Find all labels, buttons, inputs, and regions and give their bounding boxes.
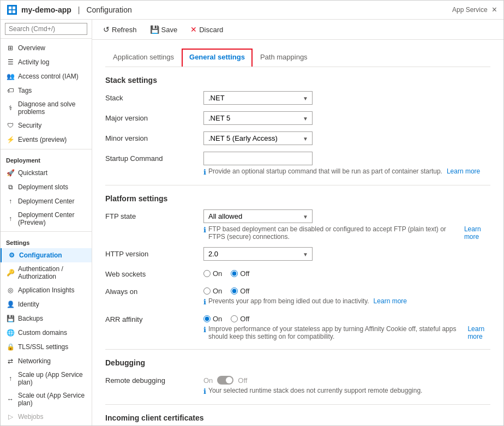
service-label: App Service [452,6,488,14]
always-on-off-text: Off [240,287,249,295]
sidebar-item-diagnose[interactable]: ⚕ Diagnose and solve problems [1,98,92,118]
always-on-on-radio[interactable] [203,287,211,295]
arr-affinity-on-text: On [213,315,222,323]
sidebar-item-auth-auth[interactable]: 🔑 Authentication / Authorization [1,262,92,283]
always-on-off-label[interactable]: Off [231,287,249,295]
stack-row: Stack .NET ▼ [105,91,490,105]
sidebar-item-quickstart[interactable]: 🚀 Quickstart [1,166,92,180]
sidebar-item-access-control[interactable]: 👥 Access control (IAM) [1,69,92,83]
sidebar-item-overview[interactable]: ⊞ Overview [1,41,92,55]
http-version-control: 2.0 ▼ [203,247,490,261]
info-icon: ℹ [203,387,206,395]
sidebar-item-identity[interactable]: 👤 Identity [1,297,92,311]
http-version-select-wrap: 2.0 ▼ [203,247,313,261]
save-icon: 💾 [150,25,159,34]
sidebar-item-webjobs[interactable]: ▷ Webjobs [1,410,92,424]
search-box[interactable] [1,20,92,39]
sidebar-item-networking[interactable]: ⇄ Networking [1,354,92,368]
sidebar-item-deployment-center[interactable]: ↑ Deployment Center [1,194,92,208]
sidebar-label-tags: Tags [18,87,32,94]
http-version-select[interactable]: 2.0 [203,247,313,261]
sidebar-item-scale-out[interactable]: ↔ Scale out (App Service plan) [1,389,92,410]
ftp-state-row: FTP state All allowed ▼ ℹ FTP based depl… [105,209,490,241]
web-sockets-label: Web sockets [105,267,203,278]
sidebar-label-events: Events (preview) [18,136,67,143]
tab-path-mappings[interactable]: Path mappings [253,49,315,67]
refresh-button[interactable]: ↺ Refresh [101,24,139,35]
web-sockets-control: On Off [203,267,490,278]
web-sockets-row: Web sockets On Off [105,267,490,278]
auth-icon: 🔑 [6,268,15,277]
web-sockets-on-label[interactable]: On [203,269,222,278]
sidebar-label-activity-log: Activity log [18,58,49,66]
web-sockets-on-radio[interactable] [203,270,211,277]
sidebar-item-custom-domains[interactable]: 🌐 Custom domains [1,326,92,340]
sidebar-label-access-control: Access control (IAM) [18,73,79,80]
stack-select[interactable]: .NET [203,91,313,105]
slots-icon: ⧉ [6,183,15,191]
stack-label: Stack [105,91,203,102]
web-sockets-off-label[interactable]: Off [231,269,249,278]
startup-command-row: Startup Command ℹ Provide an optional st… [105,152,490,176]
sidebar-label-diagnose: Diagnose and solve problems [18,100,86,116]
tab-general-settings[interactable]: General settings [182,49,253,67]
minor-version-select[interactable]: .NET 5 (Early Access) [203,131,313,145]
sidebar-label-scale-up: Scale up (App Service plan) [18,371,86,386]
arr-affinity-label: ARR affinity [105,313,203,323]
tag-icon: 🏷 [6,86,15,95]
debugging-title: Debugging [105,358,490,367]
sidebar-item-tls-ssl[interactable]: 🔒 TLS/SSL settings [1,340,92,354]
arr-affinity-off-label[interactable]: Off [231,315,249,323]
startup-learn-more-link[interactable]: Learn more [447,167,480,175]
flash-icon: ⚡ [6,135,15,144]
scale-out-icon: ↔ [6,395,15,404]
arr-affinity-on-label[interactable]: On [203,315,222,323]
sidebar-item-backups[interactable]: 💾 Backups [1,311,92,326]
ftp-learn-more-link[interactable]: Learn more [464,225,490,241]
arr-affinity-off-radio[interactable] [231,315,238,322]
tab-application-settings[interactable]: Application settings [105,49,182,67]
always-on-on-label[interactable]: On [203,287,222,295]
web-sockets-off-text: Off [240,269,249,278]
backup-icon: 💾 [6,314,15,323]
sidebar-item-tags[interactable]: 🏷 Tags [1,83,92,98]
sidebar-label-deployment-slots: Deployment slots [18,183,68,191]
discard-button[interactable]: ✕ Discard [188,24,225,35]
sidebar-item-events[interactable]: ⚡ Events (preview) [1,133,92,147]
sidebar-item-configuration[interactable]: ⚙ Configuration [1,248,92,262]
arr-learn-more-link[interactable]: Learn more [467,325,490,340]
shield-icon: 🛡 [6,121,15,130]
sidebar-item-deployment-slots[interactable]: ⧉ Deployment slots [1,180,92,194]
webjobs-icon: ▷ [6,412,15,421]
sidebar-label-webjobs: Webjobs [18,413,43,421]
sidebar-item-scale-up[interactable]: ↑ Scale up (App Service plan) [1,368,92,389]
scale-up-icon: ↑ [6,374,15,383]
network-icon: ⇄ [6,357,15,365]
rocket-icon: 🚀 [6,169,15,177]
sidebar-label-quickstart: Quickstart [18,169,47,177]
sidebar-item-activity-log[interactable]: ☰ Activity log [1,55,92,69]
sidebar-item-deployment-center-preview[interactable]: ↑ Deployment Center (Preview) [1,208,92,229]
sidebar-item-app-insights[interactable]: ◎ Application Insights [1,283,92,297]
always-on-off-radio[interactable] [231,287,238,295]
incoming-certificates-title: Incoming client certificates [105,413,490,422]
arr-affinity-radio-group: On Off [203,313,490,323]
diagnose-icon: ⚕ [6,104,15,112]
right-panel: ↺ Refresh 💾 Save ✕ Discard Application s… [92,20,503,425]
always-on-learn-more-link[interactable]: Learn more [374,297,407,305]
tls-icon: 🔒 [6,343,15,351]
close-button[interactable]: × [492,5,497,15]
arr-affinity-on-radio[interactable] [203,315,211,322]
startup-command-input[interactable] [203,152,313,165]
sidebar: ⊞ Overview ☰ Activity log 👥 Access contr… [1,20,92,425]
sidebar-item-security[interactable]: 🛡 Security [1,118,92,133]
save-button[interactable]: 💾 Save [148,24,180,35]
people-icon: 👥 [6,72,15,81]
search-input[interactable] [5,23,87,35]
major-version-select[interactable]: .NET 5 [203,111,313,125]
sidebar-item-push[interactable]: 🔔 Push [1,424,92,425]
ftp-state-select[interactable]: All allowed [203,209,313,223]
remote-debug-on-label: On [203,376,213,385]
web-sockets-off-radio[interactable] [231,270,238,277]
arr-info: ℹ Improve performance of your stateless … [203,325,490,340]
